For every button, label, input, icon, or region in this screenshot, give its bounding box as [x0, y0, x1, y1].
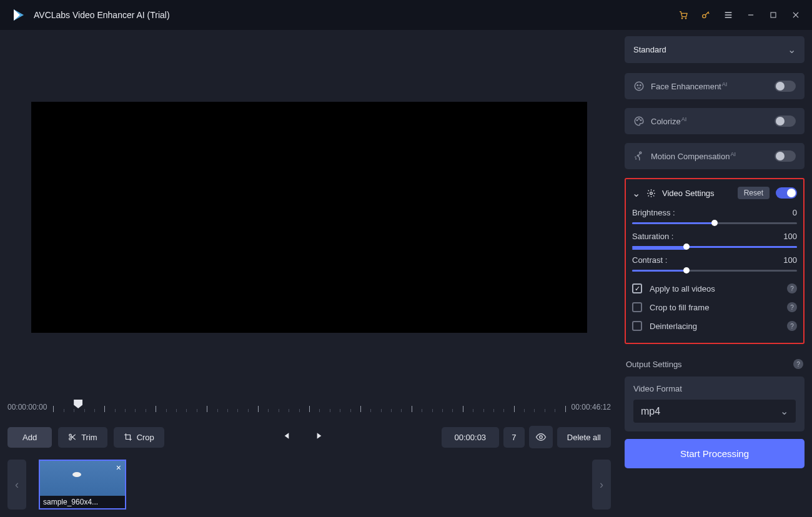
add-button[interactable]: Add: [7, 427, 52, 448]
svg-rect-3: [771, 12, 776, 17]
maximize-icon[interactable]: [768, 10, 778, 20]
crop-button[interactable]: Crop: [114, 427, 164, 448]
titlebar: AVCLabs Video Enhancer AI (Trial): [0, 0, 812, 30]
svg-point-7: [635, 82, 643, 91]
help-icon[interactable]: ?: [787, 321, 797, 331]
contrast-value: 100: [783, 255, 797, 265]
svg-point-6: [540, 436, 543, 439]
frame-input[interactable]: [503, 427, 525, 448]
brightness-value: 0: [793, 208, 797, 217]
reset-button[interactable]: Reset: [738, 187, 770, 199]
svg-point-8: [637, 85, 638, 86]
face-enhancement-row: Face EnhancementAI: [625, 73, 805, 99]
svg-point-11: [638, 119, 640, 120]
timecode-end: 00:00:46:12: [572, 403, 611, 411]
chevron-down-icon: ⌄: [780, 405, 788, 417]
toolbar: Add Trim Crop Delete all: [0, 420, 618, 455]
svg-point-14: [650, 192, 653, 194]
timeline-ruler[interactable]: [53, 398, 565, 416]
svg-point-10: [636, 120, 638, 121]
clip-thumbnail[interactable]: × sample_960x4...: [39, 460, 126, 510]
clip-name-label: sample_960x4...: [40, 496, 125, 508]
video-format-dropdown[interactable]: mp4 ⌄: [633, 400, 796, 423]
app-title: AVCLabs Video Enhancer AI (Trial): [34, 10, 170, 20]
clip-strip: ‹ × sample_960x4... ›: [0, 455, 618, 517]
gear-icon: [646, 189, 656, 198]
chevron-down-icon: ⌄: [788, 44, 796, 56]
close-icon[interactable]: [791, 10, 801, 20]
video-settings-panel: ⌄ Video Settings Reset Brightness :0 Sat…: [625, 178, 805, 344]
svg-point-12: [640, 120, 641, 121]
svg-point-0: [681, 18, 682, 19]
clip-remove-icon[interactable]: ×: [116, 463, 121, 473]
minimize-icon[interactable]: [746, 10, 756, 20]
brightness-label: Brightness :: [632, 208, 675, 217]
clip-next-button[interactable]: ›: [592, 460, 611, 510]
palette-icon: [633, 116, 645, 127]
face-enhancement-toggle[interactable]: [775, 81, 796, 92]
video-format-label: Video Format: [633, 384, 796, 393]
app-logo-icon: [11, 7, 26, 22]
svg-point-1: [685, 18, 686, 19]
prev-frame-icon[interactable]: [280, 431, 290, 443]
svg-point-2: [703, 14, 706, 17]
right-panel: Standard ⌄ Face EnhancementAI ColorizeAI…: [618, 30, 812, 517]
apply-all-checkbox[interactable]: ✓: [632, 283, 642, 293]
contrast-slider[interactable]: [632, 270, 797, 272]
menu-icon[interactable]: [723, 10, 733, 20]
motion-compensation-row: Motion CompensationAI: [625, 143, 805, 169]
preset-dropdown[interactable]: Standard ⌄: [625, 36, 805, 63]
help-icon[interactable]: ?: [787, 283, 797, 293]
output-settings-title: Output Settings: [626, 360, 682, 369]
brightness-slider[interactable]: [632, 222, 797, 224]
crop-fill-checkbox[interactable]: [632, 302, 642, 312]
video-format-block: Video Format mp4 ⌄: [625, 377, 805, 431]
timeline: 00:00:00:00 00:00:46:12: [0, 395, 618, 420]
colorize-row: ColorizeAI: [625, 108, 805, 134]
key-icon[interactable]: [701, 10, 711, 20]
svg-point-13: [640, 152, 641, 154]
motion-compensation-toggle[interactable]: [775, 150, 796, 162]
deinterlace-checkbox[interactable]: [632, 321, 642, 331]
cart-icon[interactable]: [678, 10, 688, 20]
current-time-input[interactable]: [442, 427, 499, 448]
timecode-start: 00:00:00:00: [7, 403, 47, 411]
saturation-slider[interactable]: [632, 246, 797, 248]
video-preview[interactable]: [31, 102, 587, 333]
trim-button[interactable]: Trim: [58, 427, 107, 448]
colorize-toggle[interactable]: [775, 116, 796, 127]
playhead[interactable]: [74, 400, 82, 408]
clip-prev-button[interactable]: ‹: [7, 460, 26, 510]
video-settings-toggle[interactable]: [776, 187, 797, 199]
next-frame-icon[interactable]: [315, 431, 325, 443]
preview-eye-button[interactable]: [529, 426, 553, 448]
left-pane: 00:00:00:00 00:00:46:12 Add Trim Crop De…: [0, 30, 618, 517]
svg-point-9: [640, 85, 641, 86]
motion-icon: [633, 150, 645, 162]
contrast-label: Contrast :: [632, 255, 667, 265]
saturation-label: Saturation :: [632, 232, 674, 241]
face-icon: [633, 81, 645, 92]
help-icon[interactable]: ?: [793, 359, 803, 369]
help-icon[interactable]: ?: [787, 302, 797, 312]
chevron-down-icon[interactable]: ⌄: [632, 187, 640, 199]
start-processing-button[interactable]: Start Processing: [625, 439, 805, 468]
delete-all-button[interactable]: Delete all: [557, 427, 611, 448]
saturation-value: 100: [783, 232, 797, 241]
